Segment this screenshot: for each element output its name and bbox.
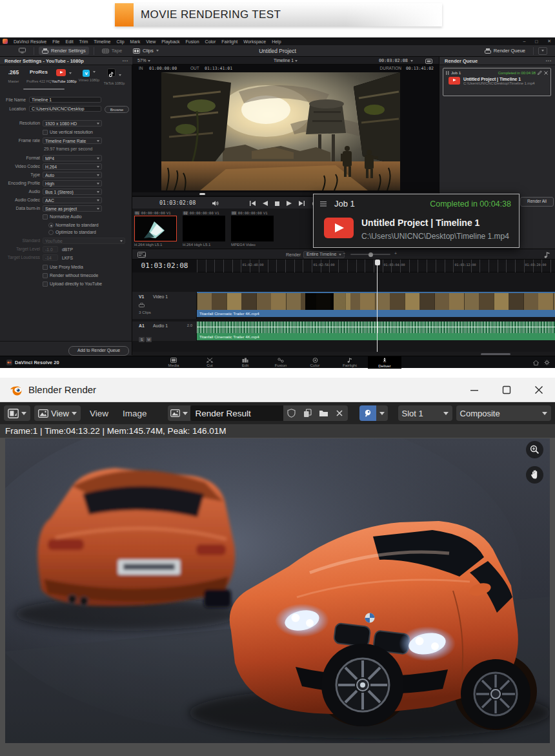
menu-clip[interactable]: Clip (117, 39, 125, 44)
clip-card-1[interactable]: 0100:00:00:00V1 H.264 High L5.1 (134, 210, 179, 247)
video-track-header[interactable]: V1 Video 1 3 Clips (132, 292, 197, 319)
menu-help[interactable]: Help (272, 39, 281, 44)
close-icon[interactable]: ✕ (547, 39, 551, 44)
type-select[interactable]: Auto (43, 172, 102, 178)
clip-card-3[interactable]: 0300:00:00:00V1 MPEG4 Video (231, 210, 276, 247)
menu-fusion[interactable]: Fusion (186, 39, 199, 44)
timeline-zoom-slider[interactable] (350, 254, 390, 255)
resolution-select[interactable]: 1920 x 1080 HD (43, 120, 102, 127)
image-name-field[interactable]: Render Result (190, 405, 283, 421)
zoom-slider-handle[interactable] (368, 252, 373, 257)
mute-button[interactable]: M (146, 337, 152, 342)
timeline-playhead[interactable] (377, 260, 378, 352)
render-queue-button[interactable]: Render Queue (481, 46, 529, 55)
page-media[interactable]: Media (157, 356, 190, 369)
menu-workspace[interactable]: Workspace (243, 39, 266, 44)
page-fairlight[interactable]: Fairlight (333, 356, 367, 369)
menu-file[interactable]: File (52, 39, 59, 44)
timeline-options-icon[interactable] (137, 252, 146, 258)
menu-trim[interactable]: Trim (79, 39, 88, 44)
page-cut[interactable]: Cut (193, 356, 227, 369)
menu-view[interactable]: View (146, 39, 156, 44)
clip-card-2[interactable]: 0200:00:00:00V1 H.264 High L5.1 (183, 210, 228, 247)
go-to-end-icon[interactable] (299, 201, 305, 206)
zoom-tool-button[interactable] (526, 441, 543, 458)
normalize-audio-checkbox[interactable] (43, 214, 48, 220)
panel-menu-dots[interactable]: ••• (123, 57, 128, 65)
view-menu[interactable]: View (85, 409, 114, 418)
stop-icon[interactable] (275, 201, 279, 206)
menu-timeline[interactable]: Timeline (94, 39, 110, 44)
editor-type-dropdown[interactable] (4, 405, 30, 421)
lock-icon[interactable] (139, 303, 145, 307)
render-all-button[interactable]: Render All (520, 197, 554, 207)
slot-select[interactable]: Slot 1 (398, 405, 452, 421)
home-icon[interactable] (533, 360, 539, 365)
preset-youtube[interactable]: YouTube 1080p (52, 66, 76, 83)
remove-job-icon[interactable] (544, 71, 548, 75)
solo-button[interactable]: S (139, 337, 145, 342)
pin-options-dropdown[interactable] (376, 405, 388, 421)
render-job-card[interactable]: Job 1 Completed in 00:04:38 Untitled Pro… (443, 68, 551, 96)
video-clip[interactable]: Titanfall Cinematic Trailer 4K.mp4 (197, 292, 555, 317)
minimize-icon[interactable]: – (523, 39, 526, 44)
frame-rate-select[interactable]: Timeline Frame Rate (43, 138, 102, 144)
preset-tiktok[interactable]: TikTok 1080p (102, 66, 126, 85)
audio-track-header[interactable]: A1 Audio 1 2.0 SM (132, 322, 197, 341)
target-loudness-value[interactable]: -14 (43, 254, 58, 261)
close-button[interactable] (523, 378, 555, 402)
preset-scrollbar[interactable] (23, 88, 65, 90)
queue-menu-dots[interactable]: ••• (546, 57, 552, 65)
render-range-select[interactable]: Entire Timeline (303, 251, 345, 258)
render-without-timecode-checkbox[interactable] (43, 273, 48, 278)
go-to-start-icon[interactable] (250, 201, 256, 206)
zoom-out-button[interactable]: − (343, 251, 345, 256)
page-color[interactable]: Color (298, 356, 332, 369)
image-menu[interactable]: Image (117, 409, 152, 418)
audio-select[interactable]: Bus 1 (Stereo) (43, 189, 102, 195)
file-name-input[interactable] (29, 97, 101, 103)
scrollbar-handle[interactable] (481, 353, 510, 355)
data-burn-in-select[interactable]: Same as project (43, 205, 102, 212)
speaker-icon[interactable] (212, 201, 219, 206)
upload-youtube-checkbox[interactable] (43, 281, 48, 287)
menu-color[interactable]: Color (205, 39, 216, 44)
preset-h265-master[interactable]: .265 Master (1, 66, 26, 83)
standard-select[interactable]: YouTube (43, 238, 125, 244)
page-deliver[interactable]: Deliver (368, 356, 401, 369)
menu-icon[interactable] (320, 201, 327, 207)
menu-edit[interactable]: Edit (66, 39, 74, 44)
render-pass-select[interactable]: Composite (456, 405, 551, 421)
use-proxy-checkbox[interactable] (43, 265, 48, 270)
browse-button[interactable]: Browse (105, 106, 129, 113)
open-image-button[interactable] (316, 405, 332, 421)
fake-user-button[interactable] (283, 405, 299, 421)
edit-icon[interactable] (538, 70, 542, 75)
menu-mark[interactable]: Mark (130, 39, 141, 44)
menu-davinci-resolve[interactable]: DaVinci Resolve (14, 39, 46, 44)
minimize-button[interactable] (458, 378, 490, 402)
panel-toggle-button[interactable] (538, 47, 547, 55)
duplicate-image-button[interactable] (299, 405, 316, 421)
zoom-in-button[interactable]: + (394, 251, 397, 256)
preset-prores[interactable]: ProRes ProRes 422 HQ (26, 66, 51, 83)
location-input[interactable] (29, 106, 101, 112)
play-icon[interactable] (287, 201, 292, 206)
preset-vimeo[interactable]: v Vimeo 1080p (77, 66, 101, 82)
display-mode-dropdown[interactable]: View (34, 405, 81, 421)
timeline-ruler[interactable]: 01:03:02:08 01:02:48:00 01:02:56:00 01:0… (132, 260, 555, 272)
menu-playback[interactable]: Playback (161, 39, 179, 44)
drag-handle-icon[interactable] (446, 71, 449, 75)
menu-fairlight[interactable]: Fairlight (221, 39, 237, 44)
encoding-profile-select[interactable]: High (43, 180, 102, 187)
optimize-standard-radio[interactable] (48, 230, 54, 235)
play-reverse-icon[interactable] (263, 201, 268, 206)
gear-icon[interactable] (544, 360, 550, 365)
format-select[interactable]: MP4 (43, 155, 102, 161)
image-pin-toggle[interactable] (359, 405, 376, 421)
output-icon[interactable] (425, 59, 432, 64)
add-to-render-queue-button[interactable]: Add to Render Queue (68, 346, 129, 356)
unlink-image-button[interactable] (332, 405, 348, 421)
maximize-icon[interactable]: ▢ (534, 39, 538, 44)
page-edit[interactable]: Edit (228, 356, 262, 369)
